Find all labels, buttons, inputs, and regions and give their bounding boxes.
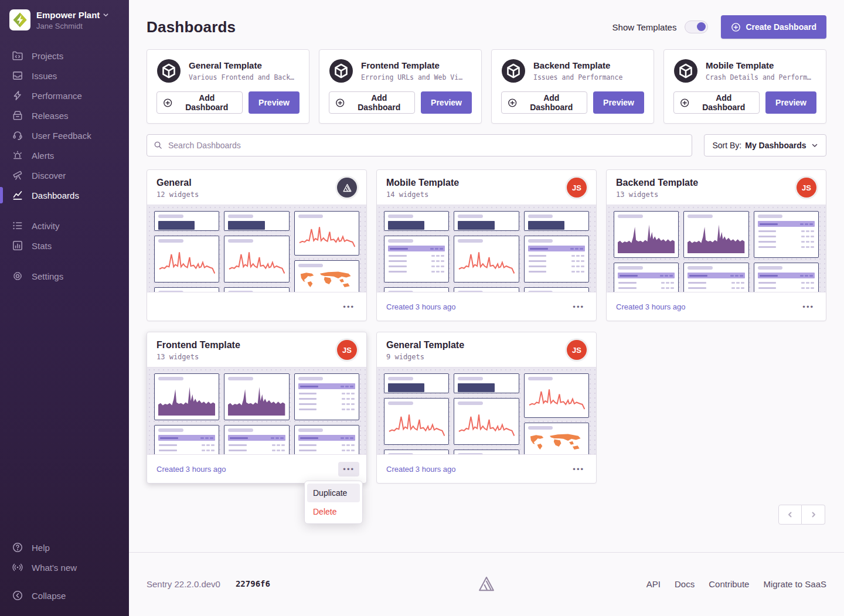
search-icon xyxy=(154,141,162,149)
sidebar-item-label: Releases xyxy=(32,111,69,121)
sidebar-item-settings[interactable]: Settings xyxy=(0,266,129,286)
add-dashboard-button[interactable]: Add Dashboard xyxy=(329,91,415,114)
create-dashboard-label: Create Dashboard xyxy=(746,22,816,32)
context-menu-item-duplicate[interactable]: Duplicate xyxy=(307,484,360,502)
context-menu-item-delete[interactable]: Delete xyxy=(307,502,360,521)
widget-preview-table xyxy=(224,425,289,455)
user-avatar: JS xyxy=(567,178,587,198)
user-feedback-icon xyxy=(12,130,23,141)
preview-button[interactable]: Preview xyxy=(421,91,472,114)
sidebar-item-discover[interactable]: Discover xyxy=(0,165,129,185)
previous-page-button[interactable] xyxy=(778,505,802,525)
dashboard-context-menu-button[interactable]: ••• xyxy=(338,462,359,477)
search-input[interactable] xyxy=(147,134,692,156)
dashboard-context-menu-button[interactable]: ••• xyxy=(338,300,359,314)
widget-preview-table xyxy=(294,373,359,420)
dashboard-context-menu-button[interactable]: ••• xyxy=(568,300,589,314)
user-name: Jane Schmidt xyxy=(36,22,109,30)
sidebar-item-label: Collapse xyxy=(32,591,66,601)
widget-preview-line-tall xyxy=(294,211,359,256)
sidebar-item-user-feedback[interactable]: User Feedback xyxy=(0,125,129,145)
sidebar-item-label: Help xyxy=(32,543,50,553)
alerts-icon xyxy=(12,149,23,161)
preview-button[interactable]: Preview xyxy=(249,91,300,114)
dashboard-context-menu-button[interactable]: ••• xyxy=(798,300,819,314)
dashboard-widget-count: 13 widgets xyxy=(616,190,698,199)
sidebar-item-activity[interactable]: Activity xyxy=(0,216,129,236)
dashboard-widget-count: 9 widgets xyxy=(386,353,464,361)
sidebar-item-label: Dashboards xyxy=(32,190,79,200)
sidebar-item-performance[interactable]: Performance xyxy=(0,86,129,105)
sidebar-item-releases[interactable]: Releases xyxy=(0,105,129,125)
sidebar-item-stats[interactable]: Stats xyxy=(0,236,129,256)
template-subtitle: Crash Details and Perform… xyxy=(706,73,811,81)
dashboard-card-general-template[interactable]: General Template9 widgetsJSCreated 3 hou… xyxy=(376,332,597,484)
user-avatar: JS xyxy=(567,340,587,360)
footer-link-migrate-to-saas[interactable]: Migrate to SaaS xyxy=(763,579,826,589)
preview-button[interactable]: Preview xyxy=(765,91,816,114)
widget-preview-table xyxy=(384,287,449,292)
template-subtitle: Issues and Performance xyxy=(533,73,622,81)
add-dashboard-label: Add Dashboard xyxy=(349,93,409,112)
sidebar-item-alerts[interactable]: Alerts xyxy=(0,145,129,165)
dashboard-title: Backend Template xyxy=(616,178,698,188)
dashboard-card-general[interactable]: General12 widgets••• xyxy=(147,169,367,321)
sidebar-nav-collapse: Collapse xyxy=(0,586,129,605)
footer-build-hash[interactable]: 22796f6 xyxy=(236,579,270,588)
dashboards-grid: General12 widgets•••Mobile Template14 wi… xyxy=(147,169,826,484)
dashboard-template-icon xyxy=(673,59,698,83)
sidebar-item-issues[interactable]: Issues xyxy=(0,66,129,86)
create-dashboard-button[interactable]: Create Dashboard xyxy=(721,15,826,39)
template-title: Backend Template xyxy=(533,60,622,70)
dashboard-created-label: Created 3 hours ago xyxy=(156,465,226,474)
template-subtitle: Erroring URLs and Web Vi… xyxy=(361,73,462,81)
footer-link-docs[interactable]: Docs xyxy=(675,579,695,589)
dashboard-card-frontend-template[interactable]: Frontend Template13 widgetsJSCreated 3 h… xyxy=(147,332,367,484)
sidebar-item-label: Alerts xyxy=(32,151,54,161)
sentry-avatar xyxy=(337,178,357,198)
dashboard-context-menu-button[interactable]: ••• xyxy=(568,462,589,477)
dashboard-widget-count: 14 widgets xyxy=(386,190,459,199)
add-dashboard-button[interactable]: Add Dashboard xyxy=(156,91,243,114)
sidebar: Empower Plant Jane Schmidt ProjectsIssue… xyxy=(0,0,129,616)
show-templates-label: Show Templates xyxy=(612,22,677,32)
pagination xyxy=(778,505,825,525)
footer-link-contribute[interactable]: Contribute xyxy=(709,579,749,589)
org-logo xyxy=(9,9,30,30)
sidebar-item-projects[interactable]: Projects xyxy=(0,46,129,66)
sidebar-item-label: User Feedback xyxy=(32,131,91,141)
add-dashboard-button[interactable]: Add Dashboard xyxy=(501,91,587,114)
dashboard-card-backend-template[interactable]: Backend Template13 widgetsJSCreated 3 ho… xyxy=(606,169,826,321)
widget-preview-line xyxy=(384,398,449,445)
toggle-knob xyxy=(697,22,706,31)
dashboard-title: General xyxy=(156,178,199,188)
sidebar-item-label: Performance xyxy=(32,91,82,101)
sidebar-item-help[interactable]: Help xyxy=(0,537,129,557)
dashboard-template-icon xyxy=(329,59,353,83)
sort-by-dropdown[interactable]: Sort By: My Dashboards xyxy=(704,134,826,156)
show-templates-toggle[interactable] xyxy=(685,21,708,33)
preview-label: Preview xyxy=(431,98,462,107)
widget-preview-bignumber xyxy=(384,373,449,393)
plus-circle-icon xyxy=(335,98,345,108)
dashboard-template-icon xyxy=(501,59,526,83)
dashboard-card-mobile-template[interactable]: Mobile Template14 widgetsJSCreated 3 hou… xyxy=(376,169,597,321)
sidebar-item-collapse[interactable]: Collapse xyxy=(0,586,129,605)
widget-preview-table xyxy=(754,211,819,258)
template-title: General Template xyxy=(189,60,294,70)
dashboard-widget-count: 13 widgets xyxy=(156,353,240,361)
org-switcher[interactable]: Empower Plant Jane Schmidt xyxy=(0,9,129,30)
footer-version: Sentry 22.2.0.dev0 xyxy=(147,579,220,589)
context-menu: DuplicateDelete xyxy=(304,481,363,524)
widget-preview-map xyxy=(524,423,589,455)
footer-link-api[interactable]: API xyxy=(646,579,661,589)
sidebar-item-dashboards[interactable]: Dashboards xyxy=(0,185,129,205)
preview-button[interactable]: Preview xyxy=(593,91,644,114)
widget-preview-area xyxy=(224,373,289,420)
next-page-button[interactable] xyxy=(802,505,825,525)
sidebar-item-label: Discover xyxy=(32,171,66,181)
add-dashboard-button[interactable]: Add Dashboard xyxy=(673,91,760,114)
sidebar-item-what-s-new[interactable]: What's new xyxy=(0,557,129,577)
widget-preview-line xyxy=(454,398,519,445)
widget-preview-table xyxy=(524,236,589,283)
